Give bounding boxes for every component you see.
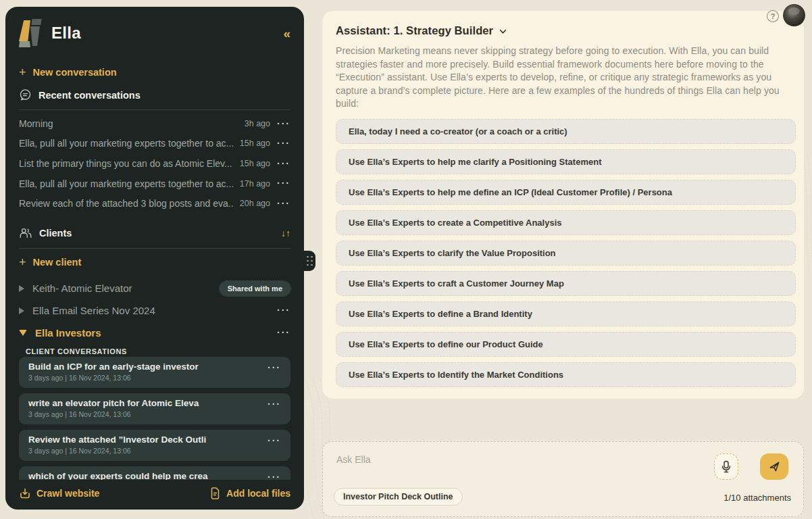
crawl-website-label: Crawl website xyxy=(36,488,99,499)
card-title: Build an ICP for an early-stage investor xyxy=(28,362,261,372)
suggestion-button[interactable]: Use Ella’s Experts to clarify the Value … xyxy=(336,241,796,266)
conversation-row[interactable]: Ella, pull all your marketing experts to… xyxy=(19,174,290,194)
plus-icon: + xyxy=(19,256,26,268)
collapse-down-icon[interactable] xyxy=(19,330,27,336)
card-title: which of your experts could help me crea xyxy=(28,471,261,480)
more-options-icon[interactable]: ··· xyxy=(268,365,281,370)
conversation-row[interactable]: Ella, pull all your marketing experts to… xyxy=(19,134,290,154)
chat-bubble-icon xyxy=(19,89,32,101)
client-conversation-card[interactable]: Build an ICP for an early-stage investor… xyxy=(19,357,290,388)
shared-with-me-badge: Shared with me xyxy=(220,281,290,296)
suggestion-button[interactable]: Use Ella’s Experts to help me clarify a … xyxy=(336,149,796,174)
client-row-ella-investors[interactable]: Ella Investors ··· xyxy=(19,322,290,344)
people-icon xyxy=(19,227,32,239)
suggestion-button[interactable]: Use Ella’s Experts to Identify the Marke… xyxy=(336,362,796,387)
sidebar-footer: Crawl website Add local files xyxy=(19,484,290,503)
client-conversations-header: CLIENT CONVERSATIONS xyxy=(26,347,290,355)
crawl-website-button[interactable]: Crawl website xyxy=(19,487,99,499)
conversation-title: Morning xyxy=(19,118,238,129)
more-options-icon[interactable]: ··· xyxy=(277,201,290,206)
client-name: Ella Investors xyxy=(35,327,101,339)
more-options-icon[interactable]: ··· xyxy=(268,401,281,407)
suggestion-button[interactable]: Use Ella’s Experts to craft a Customer J… xyxy=(336,271,796,296)
suggestion-button[interactable]: Use Ella’s Experts to define a Brand Ide… xyxy=(336,301,796,326)
expand-right-icon[interactable] xyxy=(19,285,24,292)
suggestion-button[interactable]: Use Ella’s Experts to help me define an … xyxy=(336,180,796,205)
more-options-icon[interactable]: ··· xyxy=(277,161,290,166)
suggestion-button[interactable]: Use Ella’s Experts to create a Competiti… xyxy=(336,210,796,235)
more-options-icon[interactable]: ··· xyxy=(277,121,290,126)
conversation-row[interactable]: List the primary things you can do as At… xyxy=(19,153,290,174)
divider xyxy=(19,109,290,110)
client-conversation-card[interactable]: Review the attached ”Investor Deck Outli… xyxy=(19,430,290,461)
voice-input-button[interactable] xyxy=(714,453,738,480)
card-title: Review the attached ”Investor Deck Outli xyxy=(28,435,261,445)
expand-right-icon[interactable] xyxy=(19,307,24,314)
conversation-time: 3h ago xyxy=(245,119,270,128)
conversation-list: Morning 3h ago ··· Ella, pull all your m… xyxy=(19,114,290,214)
assistant-title: Assistant: 1. Strategy Builder xyxy=(336,24,493,37)
divider xyxy=(19,248,290,249)
more-options-icon[interactable]: ··· xyxy=(277,141,290,146)
attachments-count: 1/10 attachments xyxy=(724,493,791,503)
ask-ella-input[interactable] xyxy=(336,454,715,465)
clients-label: Clients xyxy=(39,228,72,239)
conversation-row[interactable]: Morning 3h ago ··· xyxy=(19,114,290,134)
user-avatar[interactable] xyxy=(783,4,805,26)
suggestion-button[interactable]: Ella, today I need a co-creator (or a co… xyxy=(336,119,796,144)
conversation-title: Ella, pull all your marketing experts to… xyxy=(19,138,233,149)
card-meta: 3 days ago | 16 Nov 2024, 13:06 xyxy=(28,374,261,382)
client-name: Ella Email Series Nov 2024 xyxy=(32,305,155,316)
new-conversation-button[interactable]: + New conversation xyxy=(19,66,290,78)
more-options-icon[interactable]: ··· xyxy=(277,330,290,335)
more-options-icon[interactable]: ··· xyxy=(277,307,290,313)
client-conversation-list: Build an ICP for an early-stage investor… xyxy=(19,357,290,480)
attachment-chip[interactable]: Investor Pitch Deck Outline xyxy=(334,488,463,505)
more-options-icon[interactable]: ··· xyxy=(277,180,290,186)
send-icon xyxy=(768,460,781,473)
conversation-row[interactable]: Review each of the attached 3 blog posts… xyxy=(19,193,290,214)
client-conversation-card[interactable]: write an elevator pitch for Atomic Eleva… xyxy=(19,393,290,424)
message-composer: Investor Pitch Deck Outline 1/10 attachm… xyxy=(322,441,804,517)
conversation-time: 15h ago xyxy=(240,139,270,148)
add-local-files-button[interactable]: Add local files xyxy=(209,487,290,499)
suggestion-button[interactable]: Use Ella’s Experts to define our Product… xyxy=(336,332,796,357)
download-icon xyxy=(19,487,31,499)
card-meta: 3 days ago | 16 Nov 2024, 13:06 xyxy=(28,410,261,418)
client-name: Keith- Atomic Elevator xyxy=(32,282,132,294)
new-client-label: New client xyxy=(33,257,82,268)
plus-icon: + xyxy=(19,66,26,78)
conversation-time: 17h ago xyxy=(240,179,270,189)
file-icon xyxy=(209,487,221,499)
client-row-keith-atomic-elevator[interactable]: Keith- Atomic Elevator Shared with me xyxy=(19,277,290,299)
conversation-time: 20h ago xyxy=(240,199,270,208)
grip-dots-icon xyxy=(307,256,313,266)
assistant-intro-text: Precision Marketing means never skipping… xyxy=(336,45,792,111)
recent-conversations-header: Recent conversations xyxy=(19,89,290,101)
collapse-sidebar-icon[interactable]: « xyxy=(283,27,290,40)
assistant-selector[interactable]: Assistant: 1. Strategy Builder xyxy=(336,24,507,37)
conversation-title: Review each of the attached 3 blog posts… xyxy=(19,198,233,209)
more-options-icon[interactable]: ··· xyxy=(268,474,281,480)
send-button[interactable] xyxy=(760,453,788,480)
card-meta: 3 days ago | 16 Nov 2024, 13:06 xyxy=(28,447,261,455)
client-conversation-card[interactable]: which of your experts could help me crea… xyxy=(19,466,290,480)
conversation-title: List the primary things you can do as At… xyxy=(19,158,233,169)
ella-logo-icon xyxy=(19,19,42,47)
client-row-ella-email-series[interactable]: Ella Email Series Nov 2024 ··· xyxy=(19,299,290,322)
recent-conversations-label: Recent conversations xyxy=(39,90,141,101)
assistant-panel: Assistant: 1. Strategy Builder Precision… xyxy=(322,11,804,399)
help-button[interactable]: ? xyxy=(767,10,779,22)
more-options-icon[interactable]: ··· xyxy=(268,438,281,443)
chevron-down-icon xyxy=(499,28,507,35)
sort-icon[interactable]: ↓↑ xyxy=(281,228,290,239)
card-title: write an elevator pitch for Atomic Eleva xyxy=(28,398,261,408)
new-client-button[interactable]: + New client xyxy=(19,256,290,268)
microphone-icon xyxy=(721,460,732,474)
sidebar-resize-handle[interactable] xyxy=(304,251,315,271)
client-list: Keith- Atomic Elevator Shared with me El… xyxy=(19,277,290,344)
conversation-time: 15h ago xyxy=(240,159,270,168)
sidebar: Ella « + New conversation Recent convers… xyxy=(5,7,304,510)
app-title: Ella xyxy=(51,24,81,43)
conversation-title: Ella, pull all your marketing experts to… xyxy=(19,178,233,189)
